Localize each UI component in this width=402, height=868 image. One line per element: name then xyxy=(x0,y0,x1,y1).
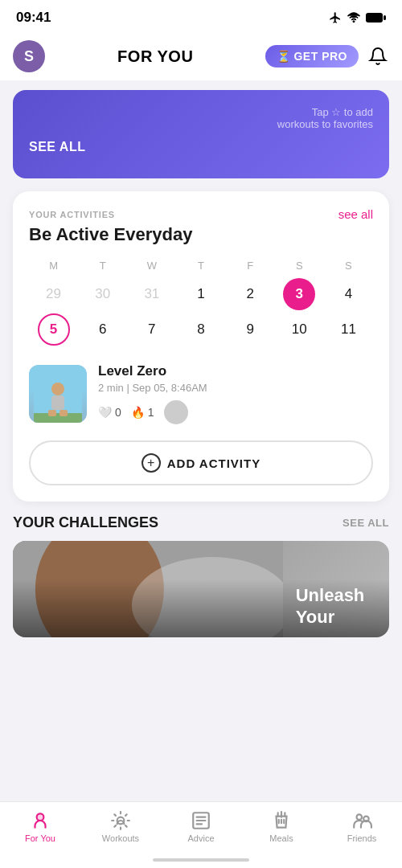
add-activity-label: ADD ACTIVITY xyxy=(167,457,260,470)
svg-rect-8 xyxy=(59,410,68,416)
home-indicator xyxy=(153,858,249,862)
flames-stat: 🔥 1 xyxy=(131,406,154,419)
workout-meta: 2 min | Sep 05, 8:46AM xyxy=(98,382,373,394)
cal-date-7[interactable]: 7 xyxy=(136,313,168,346)
day-M: M xyxy=(29,260,78,272)
flame-icon: 🔥 xyxy=(131,406,145,419)
bell-icon xyxy=(368,47,388,66)
challenge-text: Unleash Your xyxy=(283,575,389,637)
flames-count: 1 xyxy=(148,406,154,419)
challenges-title: YOUR CHALLENGES xyxy=(13,514,158,531)
activities-card: YOUR ACTIVITIES see all Be Active Everyd… xyxy=(13,191,389,502)
nav-meals[interactable]: Meals xyxy=(241,810,322,843)
cal-date-31[interactable]: 31 xyxy=(136,278,168,310)
plus-circle-icon: + xyxy=(142,453,161,473)
nav-for-you[interactable]: For You xyxy=(0,810,80,843)
for-you-label: For You xyxy=(25,833,55,843)
workout-duration: 2 min xyxy=(98,382,124,394)
hourglass-icon: ⏳ xyxy=(277,50,290,63)
calendar-days-header: M T W T F S S xyxy=(29,260,373,272)
cal-date-11[interactable]: 11 xyxy=(332,313,364,346)
day-F: F xyxy=(226,260,275,272)
airplane-icon xyxy=(329,11,342,24)
scroll-area: SEE ALL Tap ☆ to add workouts to favorit… xyxy=(0,80,402,788)
calendar-week-2: 5 6 7 8 9 10 11 xyxy=(29,313,373,346)
svg-rect-6 xyxy=(51,395,64,410)
cal-date-9[interactable]: 9 xyxy=(234,313,266,346)
cal-date-4[interactable]: 4 xyxy=(332,278,364,310)
heart-icon: 🤍 xyxy=(98,406,112,419)
workout-item: Level Zero 2 min | Sep 05, 8:46AM 🤍 0 🔥 … xyxy=(29,360,373,424)
cal-date-5[interactable]: 5 xyxy=(38,313,70,346)
cal-date-30[interactable]: 30 xyxy=(87,278,119,310)
get-pro-button[interactable]: ⏳ GET PRO xyxy=(265,45,359,68)
status-time: 09:41 xyxy=(16,10,51,26)
header: S FOR YOU ⏳ GET PRO xyxy=(0,32,402,80)
meals-icon xyxy=(271,810,292,831)
nav-advice[interactable]: Advice xyxy=(161,810,241,843)
calendar: M T W T F S S 29 30 31 1 2 3 4 5 6 xyxy=(29,260,373,346)
svg-point-0 xyxy=(353,21,354,22)
status-icons xyxy=(329,11,386,24)
see-all-banner-label: SEE ALL xyxy=(29,140,85,154)
status-bar: 09:41 xyxy=(0,0,402,32)
workout-stats: 🤍 0 🔥 1 xyxy=(98,400,373,424)
workout-info: Level Zero 2 min | Sep 05, 8:46AM 🤍 0 🔥 … xyxy=(98,363,373,424)
calendar-week-1: 29 30 31 1 2 3 4 xyxy=(29,278,373,310)
banner-hint-line1: Tap ☆ to add xyxy=(277,106,373,118)
advice-icon xyxy=(191,810,211,831)
workout-thumbnail xyxy=(29,365,87,423)
add-activity-button[interactable]: + ADD ACTIVITY xyxy=(29,440,373,485)
workout-thumb-inner xyxy=(29,365,87,423)
page-title: FOR YOU xyxy=(117,47,193,66)
notification-button[interactable] xyxy=(367,45,389,68)
activities-label: YOUR ACTIVITIES xyxy=(29,210,115,219)
day-S2: S xyxy=(324,260,373,272)
activities-title: Be Active Everyday xyxy=(29,224,373,245)
person-illustration xyxy=(34,375,82,423)
workouts-icon xyxy=(110,810,131,831)
meals-label: Meals xyxy=(269,833,293,843)
see-all-link[interactable]: see all xyxy=(338,207,373,221)
banner-hint-line2: workouts to favorites xyxy=(277,118,373,130)
cal-date-3[interactable]: 3 xyxy=(283,278,315,310)
card-header: YOUR ACTIVITIES see all xyxy=(29,207,373,221)
challenges-section: YOUR CHALLENGES SEE ALL Unleash Your xyxy=(0,514,402,637)
challenge-banner[interactable]: Unleash Your xyxy=(13,541,389,637)
cal-date-2[interactable]: 2 xyxy=(234,278,266,310)
for-you-icon xyxy=(30,810,51,831)
svg-rect-7 xyxy=(48,410,56,416)
challenges-header: YOUR CHALLENGES SEE ALL xyxy=(13,514,389,531)
nav-workouts[interactable]: Workouts xyxy=(80,810,161,843)
svg-point-13 xyxy=(37,813,44,821)
wifi-icon xyxy=(347,11,361,24)
day-S: S xyxy=(275,260,324,272)
friends-icon xyxy=(351,810,372,831)
svg-point-5 xyxy=(51,383,64,395)
day-W: W xyxy=(127,260,176,272)
svg-point-16 xyxy=(357,814,363,820)
avatar[interactable]: S xyxy=(13,40,45,72)
cal-date-10[interactable]: 10 xyxy=(283,313,315,346)
friends-label: Friends xyxy=(347,833,377,843)
day-T: T xyxy=(78,260,127,272)
cal-date-1[interactable]: 1 xyxy=(185,278,217,310)
cal-date-29[interactable]: 29 xyxy=(38,278,70,310)
hearts-stat: 🤍 0 xyxy=(98,406,121,419)
user-avatar-circle xyxy=(164,400,188,424)
battery-icon xyxy=(366,12,386,23)
challenges-see-all[interactable]: SEE ALL xyxy=(343,517,389,529)
header-right: ⏳ GET PRO xyxy=(265,45,389,68)
cal-date-8[interactable]: 8 xyxy=(185,313,217,346)
get-pro-label: GET PRO xyxy=(293,50,347,63)
workout-date: Sep 05, 8:46AM xyxy=(132,382,207,394)
advice-label: Advice xyxy=(187,833,214,843)
workout-name: Level Zero xyxy=(98,363,373,379)
workouts-label: Workouts xyxy=(102,833,139,843)
cal-date-6[interactable]: 6 xyxy=(87,313,119,346)
day-T2: T xyxy=(176,260,225,272)
see-all-banner[interactable]: SEE ALL Tap ☆ to add workouts to favorit… xyxy=(13,90,389,178)
nav-friends[interactable]: Friends xyxy=(322,810,402,843)
svg-rect-4 xyxy=(34,413,82,423)
hearts-count: 0 xyxy=(115,406,121,419)
